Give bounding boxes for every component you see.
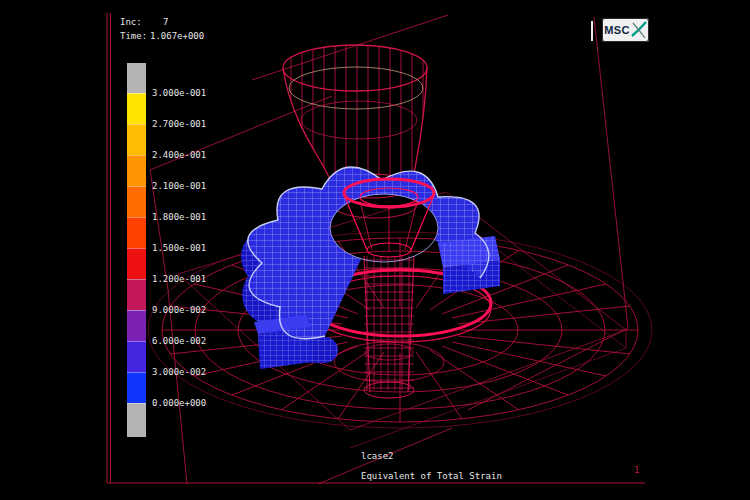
msc-logo: MSC [602, 18, 649, 42]
legend-colorbar [127, 63, 146, 437]
msc-x-icon [631, 20, 647, 40]
legend-color-segment [127, 186, 146, 217]
application-window: Inc: 7 Time: 1.067e+000 MSC 3.000e-0012.… [0, 0, 750, 500]
page-number: 1 [634, 465, 639, 476]
msc-logo-text: MSC [604, 24, 629, 36]
legend-label: 1.200e-001 [152, 274, 206, 284]
legend-label: 2.700e-001 [152, 119, 206, 129]
legend-color-segment [127, 217, 146, 248]
result-title: Equivalent of Total Strain [361, 471, 502, 482]
legend-color-segment [127, 93, 146, 124]
legend-color-segment [127, 372, 146, 403]
loadcase-label: lcase2 [361, 451, 394, 462]
legend-label: 1.500e-001 [152, 243, 206, 253]
legend-label: 0.000e+000 [152, 398, 206, 408]
legend-color-segment [127, 63, 146, 93]
legend-label: 9.000e-002 [152, 305, 206, 315]
legend-label: 2.400e-001 [152, 150, 206, 160]
legend-label: 3.000e-001 [152, 88, 206, 98]
legend-label: 2.100e-001 [152, 181, 206, 191]
legend-label: 3.000e-002 [152, 367, 206, 377]
legend-label: 1.800e-001 [152, 212, 206, 222]
increment-label: Inc: [120, 17, 142, 28]
time-label: Time: [120, 31, 147, 42]
legend-color-segment [127, 403, 146, 437]
legend-color-segment [127, 248, 146, 279]
legend-color-segment [127, 279, 146, 310]
legend-color-segment [127, 310, 146, 341]
legend-color-segment [127, 155, 146, 186]
increment-value: 7 [163, 17, 168, 28]
time-value: 1.067e+000 [150, 31, 204, 42]
legend-label: 6.000e-002 [152, 336, 206, 346]
logo-tick-mark [591, 21, 593, 41]
legend-color-segment [127, 124, 146, 155]
legend-color-segment [127, 341, 146, 372]
model-viewport[interactable] [0, 0, 750, 500]
